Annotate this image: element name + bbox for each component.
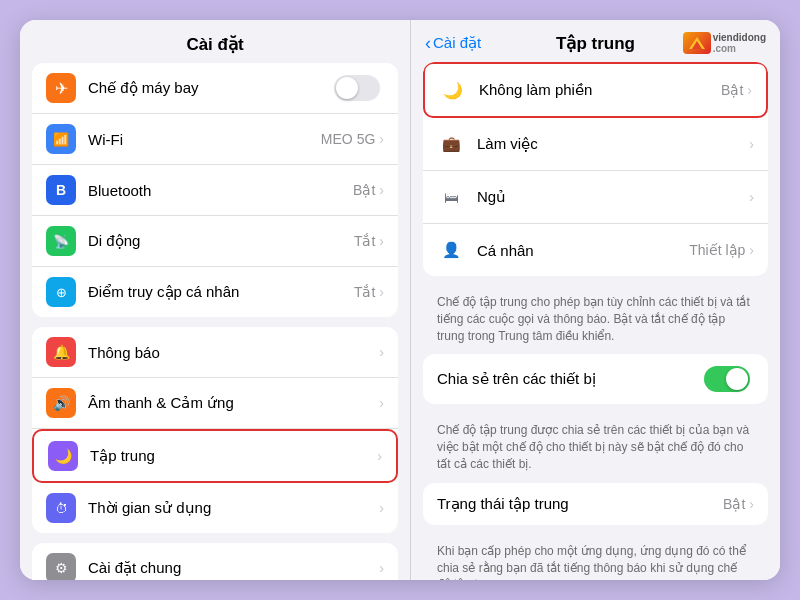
lamviec-icon: 💼 bbox=[437, 130, 465, 158]
wifi-chevron: › bbox=[379, 131, 384, 147]
canhan-icon: 👤 bbox=[437, 236, 465, 264]
khonglamphien-label: Không làm phiền bbox=[479, 81, 721, 99]
ngu-label: Ngủ bbox=[477, 188, 749, 206]
back-button[interactable]: ‹ Cài đặt bbox=[425, 33, 481, 54]
screentime-icon: ⏱ bbox=[46, 493, 76, 523]
hotspot-value: Tắt bbox=[354, 284, 375, 300]
notifications-icon: 🔔 bbox=[46, 337, 76, 367]
right-item-khonglamphien[interactable]: 🌙 Không làm phiền Bật › bbox=[423, 62, 768, 118]
settings-item-wifi[interactable]: 📶 Wi-Fi MEO 5G › bbox=[32, 114, 398, 165]
right-title: Tập trung bbox=[556, 33, 635, 54]
sounds-label: Âm thanh & Cảm ứng bbox=[88, 394, 379, 412]
mobile-label: Di động bbox=[88, 232, 354, 250]
share-toggle[interactable] bbox=[704, 366, 750, 392]
right-item-lamviec[interactable]: 💼 Làm việc › bbox=[423, 118, 768, 171]
bluetooth-icon: B bbox=[46, 175, 76, 205]
hotspot-label: Điểm truy cập cá nhân bbox=[88, 283, 354, 301]
wifi-label: Wi-Fi bbox=[88, 131, 321, 148]
settings-item-screentime[interactable]: ⏱ Thời gian sử dụng › bbox=[32, 483, 398, 533]
settings-item-sounds[interactable]: 🔊 Âm thanh & Cảm ứng › bbox=[32, 378, 398, 429]
logo-icon bbox=[683, 32, 711, 54]
right-group-share: Chia sẻ trên các thiết bị bbox=[423, 354, 768, 404]
airplane-toggle[interactable] bbox=[334, 75, 380, 101]
brand-logo: viendidong .com bbox=[683, 32, 766, 54]
screentime-label: Thời gian sử dụng bbox=[88, 499, 379, 517]
right-item-canhan[interactable]: 👤 Cá nhân Thiết lập › bbox=[423, 224, 768, 276]
hotspot-chevron: › bbox=[379, 284, 384, 300]
focus-icon: 🌙 bbox=[48, 441, 78, 471]
general-chevron: › bbox=[379, 560, 384, 576]
hotspot-icon: ⊕ bbox=[46, 277, 76, 307]
status-value: Bật bbox=[723, 496, 745, 512]
right-item-share[interactable]: Chia sẻ trên các thiết bị bbox=[423, 354, 768, 404]
lamviec-label: Làm việc bbox=[477, 135, 749, 153]
settings-group-system: ⚙ Cài đặt chung › ▤ Trung tâm điều khiển… bbox=[32, 543, 398, 580]
settings-item-mobile[interactable]: 📡 Di động Tắt › bbox=[32, 216, 398, 267]
settings-item-notifications[interactable]: 🔔 Thông báo › bbox=[32, 327, 398, 378]
general-icon: ⚙ bbox=[46, 553, 76, 580]
settings-group-connectivity: ✈ Chế độ máy bay 📶 Wi-Fi MEO 5G › B Blue… bbox=[32, 63, 398, 317]
phone-container: Cài đặt ✈ Chế độ máy bay 📶 Wi-Fi MEO 5G … bbox=[20, 20, 780, 580]
mobile-chevron: › bbox=[379, 233, 384, 249]
settings-item-general[interactable]: ⚙ Cài đặt chung › bbox=[32, 543, 398, 580]
ngu-icon: 🛏 bbox=[437, 183, 465, 211]
back-label: Cài đặt bbox=[433, 34, 481, 52]
right-content: 🌙 Không làm phiền Bật › 💼 Làm việc › 🛏 N… bbox=[411, 62, 780, 580]
status-label: Trạng thái tập trung bbox=[437, 495, 723, 513]
brand-name: viendidong bbox=[713, 32, 766, 43]
brand-sub: .com bbox=[713, 43, 766, 54]
settings-item-hotspot[interactable]: ⊕ Điểm truy cập cá nhân Tắt › bbox=[32, 267, 398, 317]
focus-desc1: Chế độ tập trung cho phép bạn tùy chỉnh … bbox=[423, 286, 768, 354]
khonglamphien-icon: 🌙 bbox=[439, 76, 467, 104]
logo-svg bbox=[687, 35, 707, 51]
brand-text: viendidong .com bbox=[713, 32, 766, 54]
settings-item-focus[interactable]: 🌙 Tập trung › bbox=[32, 429, 398, 483]
left-header: Cài đặt bbox=[20, 20, 410, 63]
right-header: ‹ Cài đặt Tập trung viendidong .com bbox=[411, 20, 780, 62]
back-chevron-icon: ‹ bbox=[425, 33, 431, 54]
settings-list: ✈ Chế độ máy bay 📶 Wi-Fi MEO 5G › B Blue… bbox=[20, 63, 410, 580]
sounds-icon: 🔊 bbox=[46, 388, 76, 418]
right-group-modes: 🌙 Không làm phiền Bật › 💼 Làm việc › 🛏 N… bbox=[423, 62, 768, 276]
sounds-chevron: › bbox=[379, 395, 384, 411]
share-label: Chia sẻ trên các thiết bị bbox=[437, 370, 704, 388]
right-group-status: Trạng thái tập trung Bật › bbox=[423, 483, 768, 525]
airplane-icon: ✈ bbox=[46, 73, 76, 103]
khonglamphien-chevron: › bbox=[747, 82, 752, 98]
settings-item-bluetooth[interactable]: B Bluetooth Bật › bbox=[32, 165, 398, 216]
general-label: Cài đặt chung bbox=[88, 559, 379, 577]
focus-desc2: Chế độ tập trung được chia sẻ trên các t… bbox=[423, 414, 768, 482]
canhan-chevron: › bbox=[749, 242, 754, 258]
right-item-status[interactable]: Trạng thái tập trung Bật › bbox=[423, 483, 768, 525]
wifi-icon: 📶 bbox=[46, 124, 76, 154]
bluetooth-label: Bluetooth bbox=[88, 182, 353, 199]
settings-group-notifications: 🔔 Thông báo › 🔊 Âm thanh & Cảm ứng › 🌙 T… bbox=[32, 327, 398, 533]
mobile-icon: 📡 bbox=[46, 226, 76, 256]
status-chevron: › bbox=[749, 496, 754, 512]
focus-desc3: Khi bạn cấp phép cho một ứng dụng, ứng d… bbox=[423, 535, 768, 580]
canhan-value: Thiết lập bbox=[689, 242, 745, 258]
right-panel: ‹ Cài đặt Tập trung viendidong .com bbox=[410, 20, 780, 580]
focus-chevron: › bbox=[377, 448, 382, 464]
right-item-ngu[interactable]: 🛏 Ngủ › bbox=[423, 171, 768, 224]
left-panel: Cài đặt ✈ Chế độ máy bay 📶 Wi-Fi MEO 5G … bbox=[20, 20, 410, 580]
wifi-value: MEO 5G bbox=[321, 131, 375, 147]
notifications-label: Thông báo bbox=[88, 344, 379, 361]
airplane-label: Chế độ máy bay bbox=[88, 79, 334, 97]
khonglamphien-value: Bật bbox=[721, 82, 743, 98]
ngu-chevron: › bbox=[749, 189, 754, 205]
bluetooth-chevron: › bbox=[379, 182, 384, 198]
screentime-chevron: › bbox=[379, 500, 384, 516]
bluetooth-value: Bật bbox=[353, 182, 375, 198]
focus-label: Tập trung bbox=[90, 447, 377, 465]
mobile-value: Tắt bbox=[354, 233, 375, 249]
notifications-chevron: › bbox=[379, 344, 384, 360]
lamviec-chevron: › bbox=[749, 136, 754, 152]
settings-item-airplane[interactable]: ✈ Chế độ máy bay bbox=[32, 63, 398, 114]
canhan-label: Cá nhân bbox=[477, 242, 689, 259]
